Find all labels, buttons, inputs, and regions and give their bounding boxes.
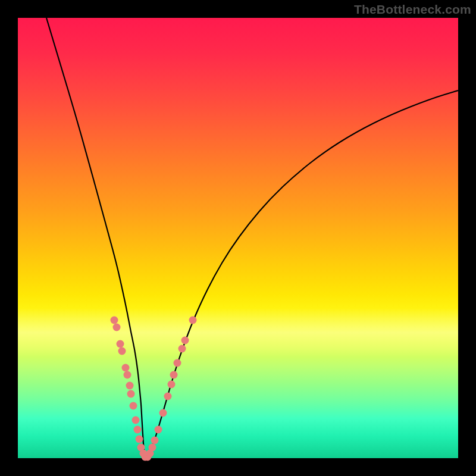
curve-dot <box>134 426 142 434</box>
curve-dot <box>170 371 178 379</box>
bottleneck-curve <box>18 18 458 458</box>
curve-dot <box>155 426 162 434</box>
curve-dot <box>168 381 176 389</box>
curve-dot <box>122 364 130 372</box>
curve-dot <box>151 437 159 444</box>
curve-dot <box>164 393 172 400</box>
curve-dot <box>124 371 131 379</box>
curve-dot <box>130 402 137 410</box>
curve-dot <box>181 337 189 345</box>
curve-dot <box>117 340 124 348</box>
curve-dot <box>126 382 134 390</box>
curve-dot <box>113 324 121 331</box>
curve-dot <box>189 317 197 324</box>
watermark: TheBottleneck.com <box>354 2 471 17</box>
curve-dot <box>136 436 143 443</box>
curve-dot <box>159 409 167 417</box>
curve-dot <box>149 444 156 452</box>
curve-dot <box>118 347 126 355</box>
chart-panel <box>18 18 458 458</box>
curve-dot <box>127 390 135 398</box>
curve-dot <box>174 359 181 367</box>
curve-dot <box>132 416 140 424</box>
curve-dot <box>178 345 186 353</box>
